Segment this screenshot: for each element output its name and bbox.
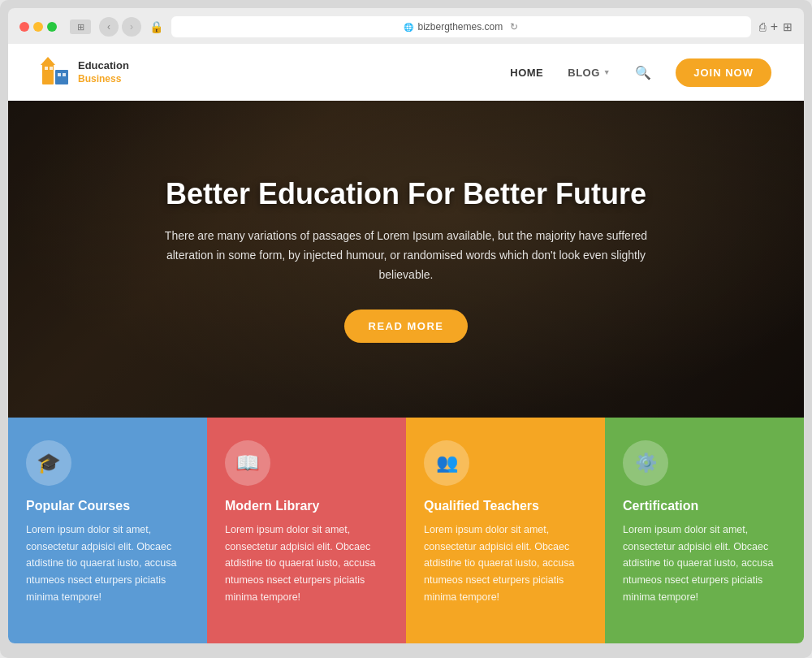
features-grid: 🎓 Popular Courses Lorem ipsum dolor sit … <box>8 418 804 643</box>
traffic-light-yellow[interactable] <box>33 22 43 32</box>
nav-blog-link[interactable]: BLOG ▼ <box>568 67 611 79</box>
svg-rect-3 <box>45 67 48 70</box>
svg-rect-1 <box>55 70 68 84</box>
svg-rect-5 <box>58 73 61 76</box>
new-tab-icon[interactable]: + <box>771 19 778 34</box>
modern-library-icon: 📖 <box>225 440 270 486</box>
svg-rect-0 <box>42 63 54 84</box>
refresh-icon[interactable]: ↻ <box>510 21 518 32</box>
join-now-button[interactable]: JOIN NOW <box>676 58 771 87</box>
privacy-icon: 🔒 <box>149 20 163 33</box>
logo-text: Education Business <box>78 59 129 85</box>
modern-library-title: Modern Library <box>225 499 319 513</box>
chevron-down-icon: ▼ <box>603 68 611 76</box>
hero-subtitle: There are many variations of passages of… <box>146 227 666 284</box>
svg-marker-2 <box>41 57 55 65</box>
window-grid-icon[interactable]: ⊞ <box>70 19 91 34</box>
share-icon[interactable]: ⎙ <box>759 20 766 33</box>
search-icon[interactable]: 🔍 <box>635 65 651 80</box>
read-more-button[interactable]: READ MORE <box>344 310 469 343</box>
modern-library-desc: Lorem ipsum dolor sit amet, consectetur … <box>225 522 388 605</box>
popular-courses-title: Popular Courses <box>26 499 130 513</box>
svg-rect-6 <box>63 73 66 76</box>
hero-title: Better Education For Better Future <box>146 175 666 212</box>
logo[interactable]: Education Business <box>41 55 129 89</box>
traffic-light-red[interactable] <box>19 22 29 32</box>
logo-icon <box>41 55 70 89</box>
hero-content: Better Education For Better Future There… <box>130 175 682 342</box>
site-icon: 🌐 <box>404 23 413 32</box>
nav-home-link[interactable]: HOME <box>510 67 543 79</box>
nav-links: HOME BLOG ▼ 🔍 JOIN NOW <box>510 58 771 87</box>
feature-card-popular-courses: 🎓 Popular Courses Lorem ipsum dolor sit … <box>8 418 207 643</box>
qualified-teachers-icon: 👥 <box>424 440 469 486</box>
svg-rect-4 <box>50 67 53 70</box>
url-text: bizbergthemes.com <box>417 21 503 32</box>
feature-card-qualified-teachers: 👥 Qualified Teachers Lorem ipsum dolor s… <box>406 418 605 643</box>
browser-back-button[interactable]: ‹ <box>99 17 119 37</box>
certification-icon: ⚙️ <box>623 440 668 486</box>
popular-courses-desc: Lorem ipsum dolor sit amet, consectetur … <box>26 522 189 605</box>
popular-courses-icon: 🎓 <box>26 440 71 486</box>
qualified-teachers-desc: Lorem ipsum dolor sit amet, consectetur … <box>424 522 587 605</box>
feature-card-certification: ⚙️ Certification Lorem ipsum dolor sit a… <box>605 418 804 643</box>
qualified-teachers-title: Qualified Teachers <box>424 499 539 513</box>
feature-card-modern-library: 📖 Modern Library Lorem ipsum dolor sit a… <box>207 418 406 643</box>
website-body: Education Business HOME BLOG ▼ 🔍 JOIN NO… <box>8 44 804 643</box>
grid-view-icon[interactable]: ⊞ <box>783 20 793 33</box>
traffic-light-green[interactable] <box>47 22 57 32</box>
certification-desc: Lorem ipsum dolor sit amet, consectetur … <box>623 522 786 605</box>
address-bar[interactable]: 🌐 bizbergthemes.com ↻ <box>171 16 751 37</box>
certification-title: Certification <box>623 499 698 513</box>
navbar: Education Business HOME BLOG ▼ 🔍 JOIN NO… <box>8 44 804 101</box>
browser-forward-button[interactable]: › <box>122 17 141 37</box>
hero-section: Better Education For Better Future There… <box>8 101 804 418</box>
